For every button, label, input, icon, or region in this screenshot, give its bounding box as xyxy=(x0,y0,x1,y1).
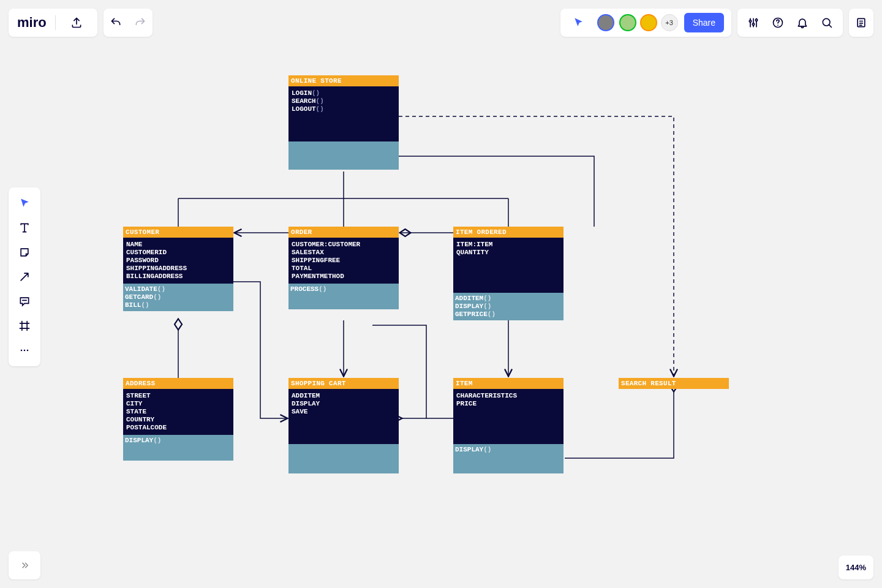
class-methods xyxy=(288,141,399,170)
class-attrs: ADDITEM DISPLAY SAVE xyxy=(288,389,399,444)
class-title: ITEM xyxy=(453,378,564,389)
class-attrs: CHARACTERISTICS PRICE xyxy=(453,389,564,444)
class-customer[interactable]: CUSTOMER NAME CUSTOMERID PASSWORD SHIPPI… xyxy=(123,227,233,311)
class-methods: VALIDATE() GETCARD() BILL() xyxy=(123,284,233,311)
class-item[interactable]: ITEM CHARACTERISTICS PRICE DISPLAY() xyxy=(453,378,564,473)
class-methods: DISPLAY() xyxy=(123,435,233,461)
class-title: ITEM ORDERED xyxy=(453,227,564,238)
class-attrs: CUSTOMER:CUSTOMER SALESTAX SHIPPINGFREE … xyxy=(288,238,399,284)
class-title: ORDER xyxy=(288,227,399,238)
class-order[interactable]: ORDER CUSTOMER:CUSTOMER SALESTAX SHIPPIN… xyxy=(288,227,399,309)
class-online-store[interactable]: ONLINE STORE LOGIN() SEARCH() LOGOUT() xyxy=(288,75,399,170)
class-title: SEARCH RESULT xyxy=(619,378,729,389)
class-attrs: ITEM:ITEM QUANTITY xyxy=(453,238,564,293)
class-shopping-cart[interactable]: SHOPPING CART ADDITEM DISPLAY SAVE xyxy=(288,378,399,473)
class-item-ordered[interactable]: ITEM ORDERED ITEM:ITEM QUANTITY ADDITEM(… xyxy=(453,227,564,320)
class-title: CUSTOMER xyxy=(123,227,233,238)
class-attrs: STREET CITY STATE COUNTRY POSTALCODE xyxy=(123,389,233,435)
class-title: ADDRESS xyxy=(123,378,233,389)
class-title: ONLINE STORE xyxy=(288,75,399,86)
class-methods: DISPLAY() xyxy=(453,444,564,473)
class-address[interactable]: ADDRESS STREET CITY STATE COUNTRY POSTAL… xyxy=(123,378,233,461)
class-attrs: NAME CUSTOMERID PASSWORD SHIPPINGADDRESS… xyxy=(123,238,233,284)
class-methods: ADDITEM() DISPLAY() GETPRICE() xyxy=(453,293,564,320)
class-attrs: LOGIN() SEARCH() LOGOUT() xyxy=(288,86,399,141)
class-title: SHOPPING CART xyxy=(288,378,399,389)
class-methods xyxy=(288,444,399,473)
class-search-result[interactable]: SEARCH RESULT xyxy=(619,378,729,389)
class-methods: PROCESS() xyxy=(288,284,399,309)
